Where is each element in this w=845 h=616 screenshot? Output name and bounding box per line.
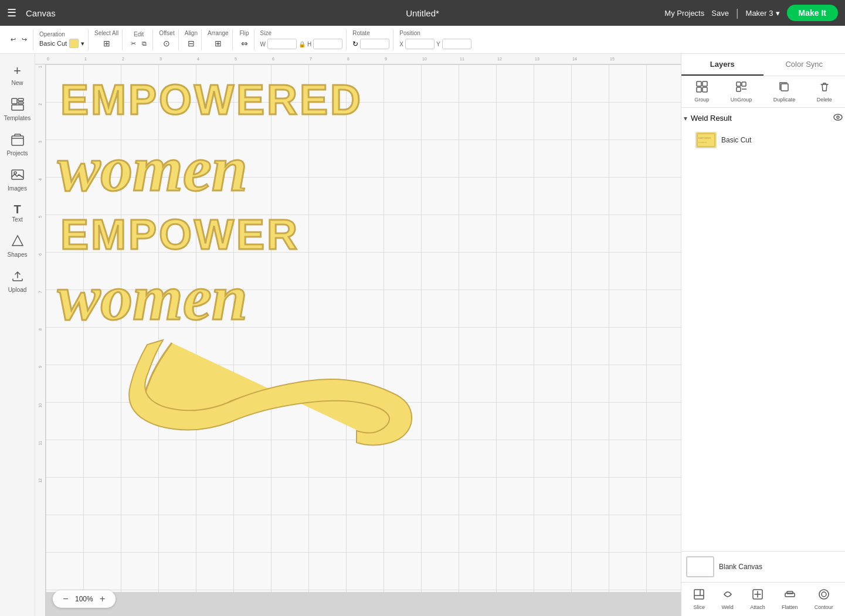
canvas-grid[interactable]: EMPOWERED women EMPOWER women — [46, 64, 681, 592]
layer-name: Basic Cut — [721, 136, 751, 144]
weld-button[interactable]: Weld — [717, 586, 738, 612]
svg-point-22 — [837, 116, 839, 118]
tab-color-sync[interactable]: Color Sync — [763, 54, 846, 76]
contour-button[interactable]: Contour — [810, 586, 838, 612]
menu-icon[interactable]: ☰ — [7, 6, 16, 19]
sidebar-item-new[interactable]: + New — [2, 59, 33, 91]
operation-dropdown[interactable]: Basic Cut ▾ — [39, 39, 84, 48]
machine-selector[interactable]: Maker 3 ▾ — [746, 9, 780, 18]
svg-point-32 — [819, 590, 829, 599]
delete-label: Delete — [817, 97, 832, 103]
height-input[interactable] — [313, 39, 342, 49]
size-group: Size W 🔒 H — [257, 29, 347, 50]
ruler-mark-12: 12 — [496, 57, 534, 61]
attach-button[interactable]: Attach — [745, 586, 770, 612]
sidebar-item-projects[interactable]: Projects — [2, 128, 33, 161]
sidebar-item-templates[interactable]: Templates — [2, 93, 33, 126]
select-all-group: Select All ⊞ — [91, 29, 123, 50]
width-input[interactable] — [267, 39, 297, 49]
cut-button[interactable]: ✂ — [128, 39, 138, 49]
sidebar-item-images[interactable]: Images — [2, 164, 33, 196]
main-layout: + New Templates Projects Images T Text — [0, 54, 845, 616]
ruler-mark-7: 7 — [308, 57, 346, 61]
ruler-v-mark-4: 4 — [38, 178, 42, 181]
blank-canvas-label: Blank Canvas — [719, 563, 762, 571]
make-it-button[interactable]: Make It — [787, 5, 838, 21]
undo-button[interactable]: ↩ — [8, 35, 18, 45]
redo-button[interactable]: ↪ — [19, 35, 29, 45]
blank-canvas-thumbnail[interactable] — [686, 556, 714, 577]
x-label: X — [399, 41, 403, 47]
sidebar-item-label: New — [11, 80, 23, 86]
design-svg[interactable]: EMPOWERED women EMPOWER women — [55, 67, 453, 466]
offset-button[interactable]: ⊙ — [161, 38, 172, 49]
rotate-label: Rotate — [352, 30, 389, 36]
rotate-input[interactable] — [360, 39, 389, 49]
visibility-icon[interactable] — [833, 113, 843, 124]
rotate-group: Rotate ↻ — [349, 29, 393, 50]
ruler-mark-1: 1 — [83, 57, 121, 61]
undo-redo-group: ↩ ↪ — [5, 29, 33, 50]
align-button[interactable]: ⊟ — [185, 38, 197, 49]
svg-text:EMPOWER: EMPOWER — [698, 137, 711, 139]
x-input[interactable] — [405, 39, 435, 49]
my-projects-link[interactable]: My Projects — [664, 9, 704, 18]
group-icon — [696, 81, 708, 96]
svg-rect-26 — [694, 590, 704, 599]
y-input[interactable] — [442, 39, 471, 49]
save-button[interactable]: Save — [711, 9, 729, 18]
ruler-v-mark-3: 3 — [38, 141, 42, 143]
layer-item-basic-cut[interactable]: EMPOWERwomen Basic Cut — [681, 128, 845, 152]
zoom-level: 100% — [75, 595, 93, 603]
sidebar-item-shapes[interactable]: Shapes — [2, 230, 33, 263]
delete-button[interactable]: Delete — [812, 79, 837, 105]
copy-button[interactable]: ⧉ — [140, 39, 149, 49]
blank-canvas-row: Blank Canvas — [686, 556, 840, 577]
ruler-mark-8: 8 — [346, 57, 384, 61]
right-controls: My Projects Save | Maker 3 ▾ Make It — [664, 5, 838, 21]
svg-rect-0 — [12, 98, 17, 104]
edit-label: Edit — [134, 31, 144, 38]
offset-group: Offset ⊙ — [155, 29, 179, 50]
flip-label: Flip — [239, 30, 249, 36]
zoom-controls: − 100% + — [53, 590, 116, 608]
svg-rect-23 — [697, 134, 715, 147]
ruler-v-mark-6: 6 — [38, 253, 42, 256]
duplicate-button[interactable]: Duplicate — [769, 79, 800, 105]
weld-label: Weld — [721, 604, 733, 610]
rotate-icon: ↻ — [352, 40, 358, 48]
panel-spacer — [681, 152, 845, 551]
flip-button[interactable]: ⇔ — [239, 38, 250, 49]
flatten-button[interactable]: Flatten — [777, 586, 803, 612]
weld-result-header[interactable]: ▾ Weld Result — [681, 108, 845, 128]
layer-toolbar: Group UnGroup Duplicate Delete — [681, 76, 845, 108]
select-all-icon[interactable]: ⊞ — [101, 38, 113, 49]
tab-layers[interactable]: Layers — [681, 54, 763, 76]
ungroup-label: UnGroup — [731, 97, 752, 103]
ruler-v-mark-2: 2 — [38, 103, 42, 105]
ruler-mark-3: 3 — [158, 57, 196, 61]
ungroup-button[interactable]: UnGroup — [726, 79, 757, 105]
svg-rect-3 — [12, 105, 23, 110]
weld-result-title: Weld Result — [691, 114, 830, 122]
svg-rect-15 — [703, 87, 707, 92]
slice-button[interactable]: Slice — [688, 586, 710, 612]
divider: | — [736, 7, 739, 19]
sidebar-item-label: Images — [8, 185, 27, 192]
arrange-button[interactable]: ⊞ — [212, 38, 224, 49]
svg-text:women: women — [698, 141, 707, 144]
canvas-scroll[interactable]: EMPOWERED women EMPOWER women — [46, 64, 681, 616]
sidebar-item-text[interactable]: T Text — [2, 199, 33, 227]
color-swatch[interactable] — [69, 39, 79, 48]
ruler-mark-4: 4 — [196, 57, 233, 61]
sidebar-item-label: Templates — [4, 115, 31, 121]
group-button[interactable]: Group — [690, 79, 714, 105]
flatten-label: Flatten — [782, 604, 798, 610]
attach-icon — [752, 588, 763, 603]
lock-icon[interactable]: 🔒 — [298, 41, 306, 47]
sidebar-item-label: Projects — [6, 150, 28, 156]
zoom-in-button[interactable]: + — [97, 593, 108, 605]
ruler-mark-0: 0 — [46, 57, 83, 61]
sidebar-item-upload[interactable]: Upload — [2, 265, 33, 298]
zoom-out-button[interactable]: − — [60, 593, 72, 605]
